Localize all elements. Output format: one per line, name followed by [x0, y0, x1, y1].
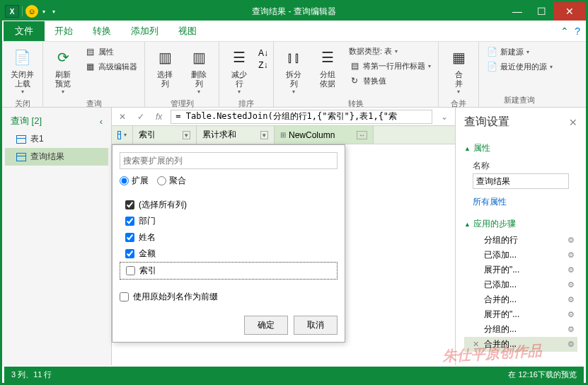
props-section[interactable]: ▲属性 — [464, 139, 577, 157]
close-button[interactable]: ✕ — [553, 2, 586, 21]
gear-icon[interactable]: ⚙ — [567, 340, 575, 349]
qat-customize[interactable]: ▾ — [50, 8, 58, 15]
editor-icon: ▦ — [84, 61, 96, 72]
sort-asc-icon[interactable]: A↓ — [258, 47, 269, 59]
step-item[interactable]: ✕合并的...⚙ — [464, 337, 577, 352]
select-columns-button[interactable]: ▥选择 列 — [149, 45, 180, 90]
formula-accept-icon[interactable]: ✓ — [134, 112, 147, 122]
gear-icon[interactable]: ⚙ — [567, 280, 575, 289]
expand-search-input[interactable] — [120, 152, 338, 169]
queries-header: 查询 [2]‹ — [5, 112, 108, 130]
expand-col-icon: ⊞ — [280, 131, 286, 139]
merge-icon: ▦ — [447, 46, 470, 69]
maximize-button[interactable]: ☐ — [529, 2, 553, 21]
close-load-button[interactable]: 📄关闭并 上载▾ — [6, 45, 38, 97]
collapse-sidebar-icon[interactable]: ‹ — [100, 116, 103, 127]
firstrow-icon: ▤ — [349, 60, 360, 71]
step-item[interactable]: 合并的...⚙ — [464, 292, 577, 307]
column-header-0[interactable]: 索引▾ — [133, 126, 197, 144]
formula-fx-icon[interactable]: fx — [153, 112, 165, 122]
tab-view[interactable]: 视图 — [168, 21, 207, 41]
datatype-button[interactable]: 数据类型: 表 ▾ — [346, 45, 434, 58]
gear-icon[interactable]: ⚙ — [567, 236, 575, 245]
all-props-link[interactable]: 所有属性 — [464, 193, 577, 215]
check-selectall[interactable]: (选择所有列) — [120, 197, 338, 213]
qat-dropdown[interactable]: ▾ — [40, 8, 48, 15]
step-item[interactable]: 分组的行⚙ — [464, 233, 577, 248]
step-item[interactable]: 展开的"...⚙ — [464, 307, 577, 322]
replace-icon: ↻ — [349, 75, 360, 86]
qat-separator — [22, 6, 23, 16]
properties-icon: ▤ — [84, 46, 96, 57]
help-icon[interactable]: ? — [575, 25, 580, 37]
gear-icon[interactable]: ⚙ — [567, 295, 575, 304]
delete-columns-button[interactable]: ▥删除 列▾ — [183, 45, 214, 97]
reduce-rows-button[interactable]: ☰减少 行▾ — [224, 45, 255, 97]
split-col-icon: ⫿⫿ — [282, 46, 305, 69]
group-newquery-label: 新建查询 — [483, 93, 555, 105]
tab-home[interactable]: 开始 — [45, 21, 83, 41]
close-settings-icon[interactable]: ✕ — [569, 117, 577, 128]
status-right: 在 12:16下载的预览 — [508, 369, 577, 380]
delete-col-icon: ▥ — [188, 46, 210, 69]
groupby-icon: ☰ — [316, 46, 339, 69]
check-col-0[interactable]: 部门 — [120, 213, 338, 229]
step-item[interactable]: 分组的...⚙ — [464, 322, 577, 337]
radio-expand[interactable]: 扩展 — [120, 175, 149, 187]
refresh-button[interactable]: ⟳刷新 预览▾ — [47, 45, 79, 97]
firstrow-button[interactable]: ▤将第一行用作标题 ▾ — [346, 59, 434, 73]
recentsource-button[interactable]: 📄最近使用的源 ▾ — [483, 59, 555, 74]
query-name-input[interactable] — [473, 173, 569, 189]
step-item[interactable]: 展开的"...⚙ — [464, 263, 577, 277]
groupby-button[interactable]: ☰分组 依据 — [312, 45, 343, 90]
minimize-button[interactable]: — — [505, 2, 529, 21]
cancel-button[interactable]: 取消 — [294, 316, 338, 335]
formula-expand-icon[interactable]: ⌄ — [438, 112, 451, 122]
check-col-3[interactable]: 索引 — [120, 262, 338, 280]
advanced-editor-button[interactable]: ▦高级编辑器 — [81, 59, 140, 74]
column-header-2[interactable]: ⊞NewColumn↔ — [275, 126, 374, 144]
table-icon — [117, 131, 121, 139]
table-icon — [16, 135, 26, 144]
gear-icon[interactable]: ⚙ — [567, 310, 575, 319]
expand-icon[interactable]: ↔ — [357, 131, 367, 139]
steps-section[interactable]: ▲应用的步骤 — [464, 215, 577, 233]
column-header-1[interactable]: 累计求和▾ — [197, 126, 275, 144]
formula-cancel-icon[interactable]: ✕ — [116, 112, 129, 122]
row-index-header[interactable]: ▾ — [112, 126, 133, 144]
delete-step-icon[interactable]: ✕ — [473, 340, 479, 349]
gear-icon[interactable]: ⚙ — [567, 251, 575, 260]
recent-icon: 📄 — [486, 61, 497, 72]
newsource-button[interactable]: 📄新建源 ▾ — [483, 45, 555, 59]
newsource-icon: 📄 — [486, 46, 497, 57]
radio-aggregate[interactable]: 聚合 — [157, 175, 186, 187]
excel-icon: X — [5, 5, 19, 18]
gear-icon[interactable]: ⚙ — [567, 325, 575, 334]
step-item[interactable]: 已添加...⚙ — [464, 248, 577, 263]
sort-desc-icon[interactable]: Z↓ — [258, 59, 269, 71]
check-prefix[interactable]: 使用原始列名作为前缀 — [120, 282, 338, 309]
filter-icon[interactable]: ▾ — [260, 131, 268, 139]
split-column-button[interactable]: ⫿⫿拆分 列▾ — [278, 45, 309, 97]
filter-icon[interactable]: ▾ — [183, 131, 190, 139]
check-col-1[interactable]: 姓名 — [120, 229, 338, 246]
properties-button[interactable]: ▤属性 — [81, 45, 140, 59]
ribbon-collapse-icon[interactable]: ⌃ — [560, 25, 569, 37]
sidebar-item-queryresult[interactable]: 查询结果 — [5, 148, 108, 166]
sidebar-item-table1[interactable]: 表1 — [5, 130, 108, 148]
tab-transform[interactable]: 转换 — [83, 21, 121, 41]
step-item[interactable]: 已添加...⚙ — [464, 277, 577, 292]
replace-button[interactable]: ↻替换值 — [346, 74, 434, 88]
merge-button[interactable]: ▦合 并▾ — [443, 45, 474, 97]
tab-file[interactable]: 文件 — [4, 21, 45, 41]
formula-input[interactable] — [171, 110, 432, 124]
name-label: 名称 — [464, 157, 577, 173]
reduce-rows-icon: ☰ — [228, 46, 250, 69]
table-icon — [16, 153, 26, 161]
ok-button[interactable]: 确定 — [244, 316, 288, 335]
check-col-2[interactable]: 金额 — [120, 246, 338, 262]
gear-icon[interactable]: ⚙ — [567, 265, 575, 275]
refresh-icon: ⟳ — [52, 46, 74, 69]
tab-addcolumn[interactable]: 添加列 — [121, 21, 168, 41]
smiley-icon[interactable]: ☺ — [25, 5, 38, 18]
